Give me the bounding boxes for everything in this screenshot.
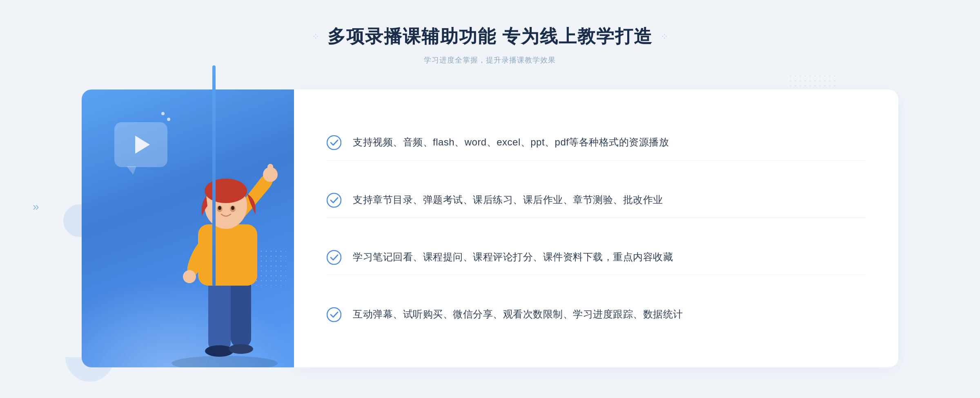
svg-point-15 (231, 206, 234, 210)
title-row: ⁘ 多项录播课辅助功能 专为线上教学打造 ⁘ (312, 25, 668, 49)
svg-point-14 (218, 206, 221, 210)
svg-rect-7 (267, 164, 273, 176)
svg-point-4 (229, 344, 253, 354)
svg-rect-2 (231, 277, 251, 347)
title-decoration-left: ⁘ (312, 31, 319, 42)
feature-item-4: 互动弹幕、试听购买、微信分享、观看次数限制、学习进度跟踪、数据统计 (327, 297, 866, 332)
sparkle-dot-2 (167, 118, 170, 121)
check-icon-4 (327, 307, 341, 322)
page-title: 多项录播课辅助功能 专为线上教学打造 (327, 25, 653, 49)
check-icon-1 (327, 135, 341, 150)
svg-point-16 (327, 136, 341, 150)
left-card-inner (82, 89, 294, 367)
svg-rect-1 (208, 277, 231, 351)
svg-point-11 (205, 179, 247, 203)
feature-item-3: 学习笔记回看、课程提问、课程评论打分、课件资料下载，重点内容收藏 (327, 239, 866, 275)
feature-text-1: 支持视频、音频、flash、word、excel、ppt、pdf等各种格式的资源… (353, 134, 669, 150)
svg-rect-5 (198, 224, 257, 286)
left-illustration-card (82, 89, 294, 367)
features-card: 支持视频、音频、flash、word、excel、ppt、pdf等各种格式的资源… (294, 89, 898, 367)
play-icon (135, 136, 150, 154)
feature-item-2: 支持章节目录、弹题考试、课后练习、课后作业、章节测验、批改作业 (327, 182, 866, 218)
feature-item-1: 支持视频、音频、flash、word、excel、ppt、pdf等各种格式的资源… (327, 125, 866, 160)
content-section: 支持视频、音频、flash、word、excel、ppt、pdf等各种格式的资源… (82, 89, 898, 367)
person-illustration (151, 130, 294, 367)
svg-point-0 (172, 356, 278, 367)
title-decoration-right: ⁘ (661, 31, 668, 42)
svg-point-8 (183, 270, 196, 283)
check-icon-3 (327, 250, 341, 265)
svg-point-3 (205, 345, 234, 357)
feature-text-2: 支持章节目录、弹题考试、课后练习、课后作业、章节测验、批改作业 (353, 192, 663, 208)
main-container: ⁘ 多项录播课辅助功能 专为线上教学打造 ⁘ 学习进度全掌握，提升录播课教学效果 (0, 0, 980, 367)
sparkle-decoration (161, 112, 170, 121)
svg-point-18 (327, 250, 341, 264)
svg-point-17 (327, 193, 341, 207)
page-subtitle: 学习进度全掌握，提升录播课教学效果 (424, 55, 556, 65)
sparkle-dot-1 (161, 112, 165, 115)
accent-bar (212, 65, 216, 286)
check-icon-2 (327, 193, 341, 208)
header-section: ⁘ 多项录播课辅助功能 专为线上教学打造 ⁘ 学习进度全掌握，提升录播课教学效果 (312, 25, 668, 65)
svg-point-19 (327, 308, 341, 322)
feature-text-3: 学习笔记回看、课程提问、课程评论打分、课件资料下载，重点内容收藏 (353, 249, 673, 265)
feature-text-4: 互动弹幕、试听购买、微信分享、观看次数限制、学习进度跟踪、数据统计 (353, 306, 683, 322)
